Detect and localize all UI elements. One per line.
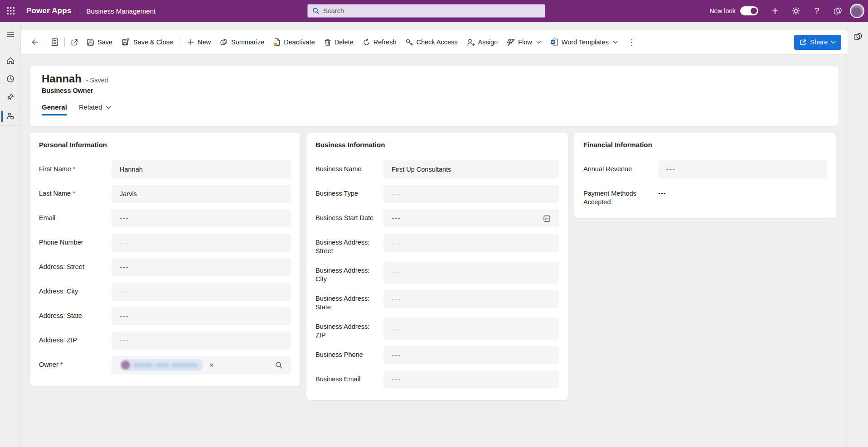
new-look-label: New look (709, 7, 736, 14)
business-address-state-input[interactable]: --- (383, 290, 559, 308)
add-icon[interactable]: + (765, 0, 786, 22)
settings-gear-icon[interactable] (786, 0, 806, 22)
nav-pinned-icon[interactable] (0, 88, 21, 106)
field-row-business-address-street: Business Address: Street --- (315, 234, 559, 255)
last-name-input[interactable]: Jarvis (112, 185, 291, 203)
email-input[interactable]: --- (112, 209, 291, 227)
business-phone-input[interactable]: --- (383, 346, 559, 364)
field-row-business-type: Business Type --- (315, 185, 559, 203)
field-label: Last Name* (39, 185, 112, 203)
required-marker: * (60, 361, 63, 368)
field-label: Email (39, 209, 112, 227)
save-and-close-label: Save & Close (133, 38, 173, 46)
field-label: Address: ZIP (39, 332, 112, 350)
delete-button[interactable]: Delete (320, 34, 358, 50)
record-header-card: Hannah - Saved Business Owner General Re… (30, 66, 839, 126)
waffle-menu-icon[interactable] (0, 0, 22, 22)
back-arrow-icon (31, 38, 39, 46)
check-access-button[interactable]: Check Access (401, 34, 462, 50)
field-empty-value: --- (120, 264, 129, 271)
owner-lookup-input[interactable]: ✕ (112, 356, 291, 374)
owner-lookup-pill-redacted[interactable] (120, 359, 204, 371)
business-address-street-input[interactable]: --- (383, 234, 559, 252)
chevron-down-icon (106, 106, 111, 109)
topbar-actions: New look + ? (709, 0, 868, 22)
word-templates-button[interactable]: W Word Templates (546, 34, 622, 50)
section-title: Business Information (315, 141, 559, 149)
user-avatar[interactable] (850, 4, 864, 18)
phone-number-input[interactable]: --- (112, 234, 291, 252)
field-row-business-phone: Business Phone --- (315, 346, 559, 364)
field-label: Owner* (39, 356, 112, 374)
address-street-input[interactable]: --- (112, 258, 291, 276)
copilot-panel-icon[interactable] (853, 32, 863, 42)
save-button[interactable]: Save (82, 34, 117, 50)
remove-owner-icon[interactable]: ✕ (209, 362, 214, 369)
address-zip-input[interactable]: --- (112, 332, 291, 350)
share-button[interactable]: Share (794, 35, 841, 50)
personal-information-card: Personal Information First Name* Hannah … (30, 133, 300, 386)
check-access-label: Check Access (416, 38, 457, 46)
redacted-text (133, 363, 153, 367)
field-empty-value: --- (392, 295, 401, 303)
field-row-business-email: Business Email --- (315, 370, 559, 389)
address-city-input[interactable]: --- (112, 283, 291, 301)
address-state-input[interactable]: --- (112, 307, 291, 325)
key-icon (405, 38, 413, 46)
help-icon[interactable]: ? (806, 0, 827, 22)
nav-hamburger-icon[interactable] (0, 25, 21, 43)
nav-recent-clock-icon[interactable] (0, 70, 21, 88)
save-and-close-button[interactable]: Save & Close (117, 34, 178, 50)
open-in-new-window-button[interactable] (67, 34, 82, 50)
refresh-button[interactable]: Refresh (358, 34, 401, 50)
new-look-toggle[interactable] (740, 6, 758, 15)
field-empty-value: --- (120, 215, 129, 222)
save-label: Save (97, 38, 112, 46)
annual-revenue-input[interactable]: --- (658, 160, 827, 178)
nav-business-owners-icon[interactable] (0, 106, 21, 126)
back-button[interactable] (27, 34, 43, 50)
tab-general[interactable]: General (42, 103, 67, 115)
word-w-glyph: W (551, 40, 555, 44)
field-row-phone-number: Phone Number --- (39, 234, 291, 252)
first-name-input[interactable]: Hannah (112, 160, 291, 178)
business-name-input[interactable]: First Up Consultants (383, 160, 559, 178)
deactivate-label: Deactivate (284, 38, 315, 46)
tab-general-label: General (42, 103, 67, 111)
lookup-search-icon[interactable] (275, 361, 283, 369)
word-templates-label: Word Templates (562, 38, 609, 46)
more-commands-button[interactable]: ⋮ (622, 34, 641, 50)
calendar-icon[interactable] (543, 215, 551, 222)
field-empty-value: --- (392, 376, 401, 383)
business-type-input[interactable]: --- (383, 185, 559, 203)
delete-label: Delete (335, 38, 354, 46)
field-empty-value: --- (392, 190, 401, 197)
business-email-input[interactable]: --- (383, 370, 559, 389)
field-empty-value: --- (120, 239, 129, 246)
field-label: Business Address: City (315, 262, 383, 284)
business-start-date-input[interactable]: --- (383, 209, 559, 227)
assign-button[interactable]: Assign (462, 34, 503, 50)
deactivate-button[interactable]: Deactivate (269, 34, 320, 50)
brand-title[interactable]: Power Apps (26, 6, 72, 15)
field-label: Address: Street (39, 258, 112, 276)
business-address-zip-input[interactable]: --- (383, 318, 559, 340)
payment-methods-value[interactable]: --- (658, 185, 827, 207)
app-name: Business Management (87, 7, 156, 15)
summarize-button[interactable]: Summarize (215, 34, 269, 50)
command-separator (180, 37, 180, 47)
share-label: Share (810, 38, 828, 46)
save-close-icon (121, 38, 130, 46)
copilot-summarize-icon (220, 38, 228, 46)
tab-related[interactable]: Related (79, 103, 111, 115)
global-search-input[interactable]: Search (307, 4, 545, 18)
new-button[interactable]: New (183, 34, 215, 50)
copilot-icon[interactable] (827, 0, 848, 22)
field-empty-value: --- (120, 288, 129, 295)
nav-home-icon[interactable] (0, 52, 21, 70)
business-address-city-input[interactable]: --- (383, 262, 559, 284)
app-top-bar: Power Apps Business Management Search Ne… (0, 0, 868, 22)
form-selector-button[interactable] (48, 34, 62, 50)
toggle-knob (751, 8, 757, 14)
flow-button[interactable]: Flow (502, 34, 546, 50)
